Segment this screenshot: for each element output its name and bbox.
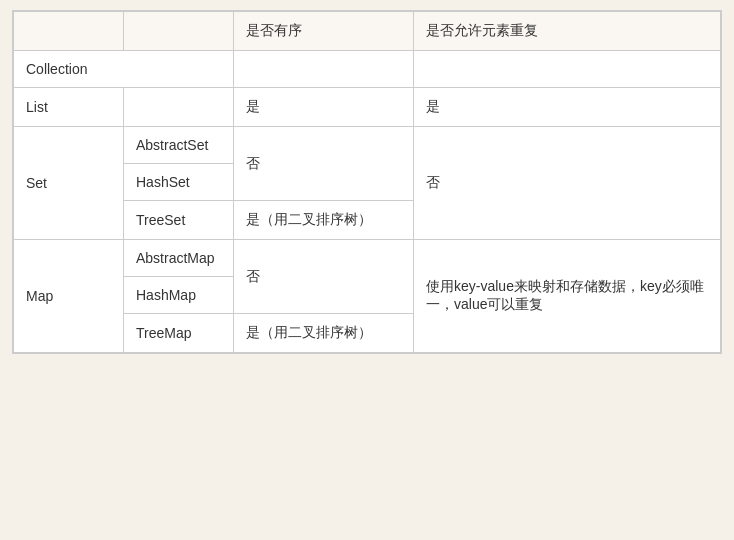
collection-ordered <box>234 51 414 88</box>
table-row: Map AbstractMap 否 使用key-value来映射和存储数据，ke… <box>14 240 721 277</box>
header-duplicate: 是否允许元素重复 <box>414 12 721 51</box>
table-row: Set AbstractSet 否 否 <box>14 127 721 164</box>
set-sub-treeset: TreeSet <box>124 201 234 240</box>
header-ordered: 是否有序 <box>234 12 414 51</box>
map-ordered: 否 <box>234 240 414 314</box>
collection-table: 是否有序 是否允许元素重复 Collection List 是 是 Set Ab… <box>12 10 722 354</box>
table-row: Collection <box>14 51 721 88</box>
map-label: Map <box>14 240 124 353</box>
map-sub-hashmap: HashMap <box>124 277 234 314</box>
map-treemap-ordered: 是（用二叉排序树） <box>234 314 414 353</box>
map-sub-treemap: TreeMap <box>124 314 234 353</box>
header-row: 是否有序 是否允许元素重复 <box>14 12 721 51</box>
list-duplicate: 是 <box>414 88 721 127</box>
set-duplicate: 否 <box>414 127 721 240</box>
set-sub-abstractset: AbstractSet <box>124 127 234 164</box>
table-row: List 是 是 <box>14 88 721 127</box>
set-treeset-ordered: 是（用二叉排序树） <box>234 201 414 240</box>
list-sub <box>124 88 234 127</box>
set-label: Set <box>14 127 124 240</box>
map-duplicate: 使用key-value来映射和存储数据，key必须唯一，value可以重复 <box>414 240 721 353</box>
collection-label: Collection <box>14 51 234 88</box>
set-sub-hashset: HashSet <box>124 164 234 201</box>
set-ordered: 否 <box>234 127 414 201</box>
list-ordered: 是 <box>234 88 414 127</box>
map-sub-abstractmap: AbstractMap <box>124 240 234 277</box>
header-col2 <box>124 12 234 51</box>
collection-duplicate <box>414 51 721 88</box>
list-label: List <box>14 88 124 127</box>
header-col1 <box>14 12 124 51</box>
